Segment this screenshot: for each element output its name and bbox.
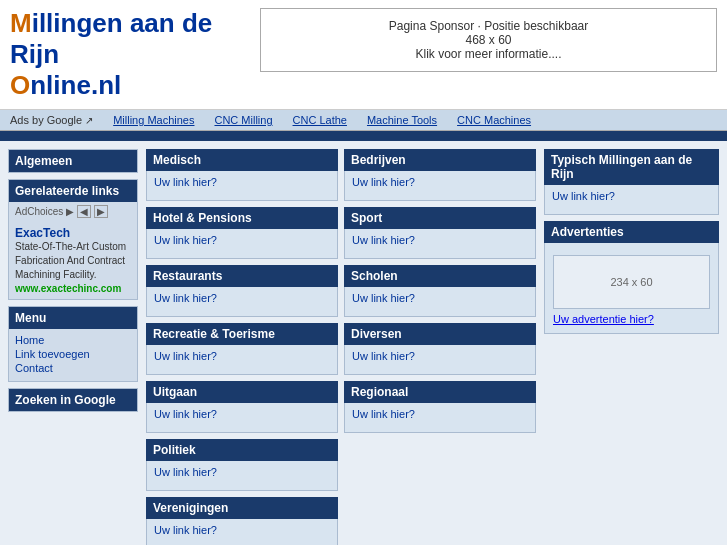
row-verenigingen-spacer [344,497,536,545]
link-typisch[interactable]: Uw link hier? [552,190,615,202]
section-typisch: Typisch Millingen aan de Rijn Uw link hi… [544,149,719,215]
sidebar-menu-content: Home Link toevoegen Contact [9,329,137,381]
body-politiek: Uw link hier? [146,461,338,491]
sidebar-section-zoeken: Zoeken in Google [8,388,138,412]
body-verenigingen: Uw link hier? [146,519,338,545]
sponsor-text: Pagina Sponsor · Positie beschikbaar 468… [389,19,588,61]
body-regionaal: Uw link hier? [344,403,536,433]
body-sport: Uw link hier? [344,229,536,259]
adchoices-nav-left[interactable]: ◀ [77,205,91,218]
header-sport: Sport [344,207,536,229]
link-diversen[interactable]: Uw link hier? [352,350,415,362]
header-scholen: Scholen [344,265,536,287]
header-regionaal: Regionaal [344,381,536,403]
adchoices-bar: AdChoices ▶ ◀ ▶ [9,202,137,221]
row-hotel-sport: Hotel & Pensions Uw link hier? Sport Uw … [146,207,536,259]
header-restaurants: Restaurants [146,265,338,287]
ads-bar: Ads by Google ↗ Milling Machines CNC Mil… [0,110,727,131]
ads-by-google: Ads by Google ↗ [10,114,93,126]
block-diversen: Diversen Uw link hier? [344,323,536,375]
body-recreatie: Uw link hier? [146,345,338,375]
body-typisch: Uw link hier? [544,185,719,215]
section-advertenties: Advertenties 234 x 60 Uw advertentie hie… [544,221,719,334]
header-hotel: Hotel & Pensions [146,207,338,229]
menu-item-home[interactable]: Home [15,334,131,346]
title-line2: Online.nl [10,70,240,101]
sidebar-section-algemeen: Algemeen [8,149,138,173]
right-column: Typisch Millingen aan de Rijn Uw link hi… [544,149,719,545]
ad-size-label: 234 x 60 [610,276,652,288]
content: Medisch Uw link hier? Bedrijven Uw link … [146,149,719,545]
main: Algemeen Gerelateerde links AdChoices ▶ … [0,141,727,545]
link-sport[interactable]: Uw link hier? [352,234,415,246]
body-restaurants: Uw link hier? [146,287,338,317]
block-regionaal: Regionaal Uw link hier? [344,381,536,433]
title-line1: Millingen aan de Rijn [10,8,240,70]
sidebar: Algemeen Gerelateerde links AdChoices ▶ … [8,149,138,545]
adchoices-label: AdChoices [15,206,63,217]
center-columns: Medisch Uw link hier? Bedrijven Uw link … [146,149,536,545]
sidebar-header-zoeken: Zoeken in Google [9,389,137,411]
sidebar-section-gerelateerde: Gerelateerde links AdChoices ▶ ◀ ▶ ExacT… [8,179,138,300]
ad-link-machine-tools[interactable]: Machine Tools [367,114,437,126]
block-medisch: Medisch Uw link hier? [146,149,338,201]
exactech-link[interactable]: ExacTech [15,226,70,240]
header-politiek: Politiek [146,439,338,461]
header-diversen: Diversen [344,323,536,345]
block-restaurants: Restaurants Uw link hier? [146,265,338,317]
site-title: Millingen aan de Rijn Online.nl [10,8,240,101]
sidebar-section-menu: Menu Home Link toevoegen Contact [8,306,138,382]
body-scholen: Uw link hier? [344,287,536,317]
block-recreatie: Recreatie & Toerisme Uw link hier? [146,323,338,375]
link-verenigingen[interactable]: Uw link hier? [154,524,217,536]
link-hotel[interactable]: Uw link hier? [154,234,217,246]
row-uitgaan-regionaal: Uitgaan Uw link hier? Regionaal Uw link … [146,381,536,433]
sidebar-header-algemeen: Algemeen [9,150,137,172]
menu-item-contact[interactable]: Contact [15,362,131,374]
ad-link-cnc-machines[interactable]: CNC Machines [457,114,531,126]
header-medisch: Medisch [146,149,338,171]
row-restaurants-scholen: Restaurants Uw link hier? Scholen Uw lin… [146,265,536,317]
body-hotel: Uw link hier? [146,229,338,259]
header-uitgaan: Uitgaan [146,381,338,403]
header-typisch: Typisch Millingen aan de Rijn [544,149,719,185]
exactech-box: ExacTech State-Of-The-Art Custom Fabrica… [9,221,137,299]
row-recreatie-diversen: Recreatie & Toerisme Uw link hier? Diver… [146,323,536,375]
link-restaurants[interactable]: Uw link hier? [154,292,217,304]
link-medisch[interactable]: Uw link hier? [154,176,217,188]
link-politiek[interactable]: Uw link hier? [154,466,217,478]
sidebar-header-gerelateerde: Gerelateerde links [9,180,137,202]
exactech-desc: State-Of-The-Art Custom Fabrication And … [15,240,131,282]
body-medisch: Uw link hier? [146,171,338,201]
block-uitgaan: Uitgaan Uw link hier? [146,381,338,433]
link-scholen[interactable]: Uw link hier? [352,292,415,304]
block-sport: Sport Uw link hier? [344,207,536,259]
exactech-site-link[interactable]: www.exactechinc.com [15,283,121,294]
link-regionaal[interactable]: Uw link hier? [352,408,415,420]
header: Millingen aan de Rijn Online.nl Pagina S… [0,0,727,110]
link-recreatie[interactable]: Uw link hier? [154,350,217,362]
ad-link-cnc-milling[interactable]: CNC Milling [214,114,272,126]
body-uitgaan: Uw link hier? [146,403,338,433]
menu-item-link-toevoegen[interactable]: Link toevoegen [15,348,131,360]
header-recreatie: Recreatie & Toerisme [146,323,338,345]
row-politiek: Politiek Uw link hier? [146,439,536,491]
advertenties-body: 234 x 60 Uw advertentie hier? [544,243,719,334]
ad-link[interactable]: Uw advertentie hier? [553,313,654,325]
sponsor-box[interactable]: Pagina Sponsor · Positie beschikbaar 468… [260,8,717,72]
adchoices-icon[interactable]: ▶ [66,206,74,217]
ad-link-cnc-lathe[interactable]: CNC Lathe [293,114,347,126]
external-icon: ↗ [85,115,93,126]
link-bedrijven[interactable]: Uw link hier? [352,176,415,188]
block-scholen: Scholen Uw link hier? [344,265,536,317]
nav-bar [0,131,727,141]
block-verenigingen: Verenigingen Uw link hier? [146,497,338,545]
adchoices-nav-right[interactable]: ▶ [94,205,108,218]
ad-placeholder-box[interactable]: 234 x 60 [553,255,710,309]
header-verenigingen: Verenigingen [146,497,338,519]
block-politiek: Politiek Uw link hier? [146,439,338,491]
link-uitgaan[interactable]: Uw link hier? [154,408,217,420]
body-diversen: Uw link hier? [344,345,536,375]
row-politiek-spacer [344,439,536,491]
ad-link-milling-machines[interactable]: Milling Machines [113,114,194,126]
